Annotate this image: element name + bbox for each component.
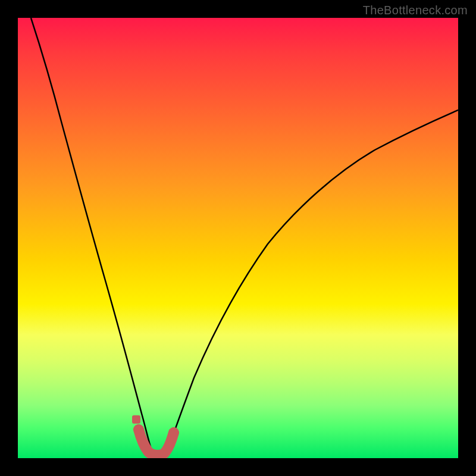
chart-svg: [18, 18, 458, 458]
valley-highlight: [139, 430, 174, 455]
highlight-dot-icon: [132, 415, 140, 424]
chart-frame: TheBottleneck.com: [0, 0, 476, 476]
plot-area: [18, 18, 458, 458]
right-curve: [167, 110, 458, 451]
watermark-text: TheBottleneck.com: [363, 4, 468, 17]
left-curve: [31, 18, 152, 451]
